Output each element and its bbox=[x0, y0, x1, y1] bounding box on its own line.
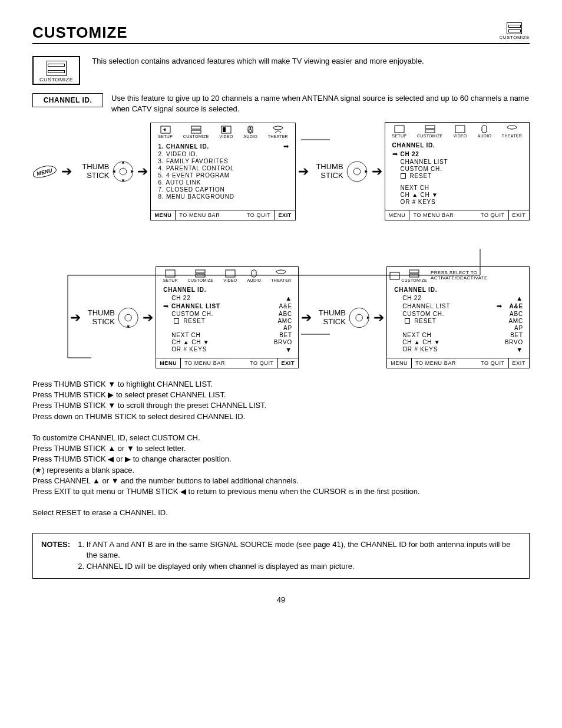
svg-point-16 bbox=[273, 126, 283, 130]
menu-panel-channel-list: SETUP CUSTOMIZE VIDEO AUDIO THEATER CHAN… bbox=[156, 266, 299, 368]
tab-theater: THEATER bbox=[268, 126, 288, 139]
list-item: BET bbox=[279, 332, 292, 338]
list-item: AMC bbox=[508, 318, 523, 324]
svg-rect-31 bbox=[196, 274, 205, 277]
feature-channel-id-label: CHANNEL ID. bbox=[32, 93, 103, 107]
menu-item: CH ▲ CH ▼ bbox=[163, 339, 209, 345]
svg-rect-9 bbox=[191, 126, 201, 129]
menu-item: NEXT CH bbox=[163, 332, 200, 338]
svg-rect-21 bbox=[425, 126, 435, 129]
checkbox-icon bbox=[401, 173, 406, 179]
menu-item: 8. MENU BACKGROUND bbox=[158, 193, 234, 200]
svg-point-18 bbox=[353, 168, 361, 175]
menu-footer: MENUTO MENU BAR TO QUITEXIT bbox=[151, 210, 295, 220]
thumbstick-icon bbox=[347, 304, 371, 331]
feature-channel-id-text: Use this feature to give up to 20 channe… bbox=[111, 93, 530, 114]
svg-rect-23 bbox=[455, 126, 465, 133]
arrow-icon: ➔ bbox=[372, 164, 382, 179]
svg-rect-32 bbox=[226, 270, 235, 277]
tab-audio: AUDIO bbox=[243, 126, 257, 139]
menu-item: 7. CLOSED CAPTION bbox=[158, 186, 224, 193]
right-arrow-icon: ➡ bbox=[497, 302, 503, 310]
menu-item: RESET bbox=[414, 318, 436, 324]
instructions-block: Press THUMB STICK ▼ to highlight CHANNEL… bbox=[32, 379, 530, 518]
svg-rect-39 bbox=[409, 270, 419, 273]
arrow-icon: ➔ bbox=[143, 310, 153, 325]
menu-panel-channel-id: SETUP CUSTOMIZE VIDEO AUDIO THEATER CHAN… bbox=[385, 122, 530, 220]
list-item: AMC bbox=[277, 318, 292, 324]
list-item: BRVO bbox=[274, 339, 292, 345]
down-arrow-icon: ▼ bbox=[516, 346, 523, 353]
list-item: AP bbox=[283, 325, 292, 331]
arrow-icon: ➔ bbox=[137, 164, 148, 179]
checkbox-icon bbox=[405, 318, 410, 324]
svg-point-0 bbox=[113, 162, 133, 182]
press-select-msg: PRESS SELECT TO ACTIVATE/DEACTIVATE bbox=[428, 271, 527, 281]
svg-rect-29 bbox=[166, 270, 175, 277]
list-item: ABC bbox=[279, 311, 292, 317]
customize-icon-box: CUSTOMIZE bbox=[32, 56, 80, 85]
svg-point-27 bbox=[125, 314, 132, 321]
up-arrow-icon: ▲ bbox=[516, 295, 523, 302]
menu-item: CUSTOM CH. bbox=[401, 166, 442, 172]
svg-rect-38 bbox=[390, 272, 399, 279]
tab-setup: SETUP bbox=[158, 126, 173, 139]
svg-point-15 bbox=[249, 129, 252, 132]
menu-item: 5. 4 EVENT PROGRAM bbox=[158, 172, 229, 179]
svg-rect-30 bbox=[196, 270, 205, 273]
svg-point-1 bbox=[120, 168, 127, 175]
up-arrow-icon: ▲ bbox=[285, 295, 292, 302]
menu-item: CHANNEL LIST bbox=[171, 303, 220, 309]
svg-rect-24 bbox=[482, 126, 487, 133]
right-arrow-icon: ➡ bbox=[392, 150, 398, 158]
menu-item: 6. AUTO LINK bbox=[158, 179, 201, 186]
menu-item: OR # KEYS bbox=[401, 199, 436, 205]
menu-button-icon: MENU bbox=[31, 163, 57, 179]
list-item: BET bbox=[510, 332, 523, 338]
menu-item: CH ▲ CH ▼ bbox=[394, 339, 440, 345]
menu-item: RESET bbox=[183, 318, 205, 324]
list-item: BRVO bbox=[505, 339, 523, 345]
thumb-stick-label: THUMBSTICK bbox=[311, 163, 343, 180]
menu-item: CUSTOM CH. bbox=[163, 311, 213, 317]
svg-rect-10 bbox=[191, 130, 201, 133]
thumb-stick-label: THUMBSTICK bbox=[83, 309, 115, 326]
thumb-stick-label: THUMBSTICK bbox=[314, 309, 346, 326]
page-number: 49 bbox=[32, 595, 530, 604]
menu-item: CUSTOM CH. bbox=[394, 311, 444, 317]
menu-item: CHANNEL LIST bbox=[401, 159, 448, 165]
svg-marker-7 bbox=[163, 128, 166, 131]
menu-item: 3. FAMILY FAVORITES bbox=[158, 158, 228, 164]
right-arrow-icon: ➡ bbox=[163, 302, 169, 310]
menu-item: OR # KEYS bbox=[163, 346, 207, 353]
list-item: A&E bbox=[279, 303, 292, 309]
note-item: If ANT A and ANT B are in the same SIGNA… bbox=[87, 539, 521, 562]
list-item: A&E bbox=[509, 303, 523, 309]
list-item: AP bbox=[514, 325, 523, 331]
note-item: CHANNEL ID will be displayed only when c… bbox=[87, 561, 521, 572]
checkbox-icon bbox=[174, 318, 179, 324]
menu-item: 2. VIDEO ID. bbox=[158, 151, 197, 157]
svg-point-35 bbox=[349, 308, 369, 327]
arrow-icon: ➔ bbox=[61, 164, 72, 179]
menu-panel-customize-list: SETUP CUSTOMIZE VIDEO AUDIO THEATER 1. C… bbox=[150, 123, 295, 220]
svg-rect-33 bbox=[252, 270, 256, 277]
notes-box: NOTES: If ANT A and ANT B are in the sam… bbox=[32, 533, 530, 579]
menu-item: NEXT CH bbox=[394, 332, 431, 338]
svg-rect-22 bbox=[425, 130, 435, 133]
svg-rect-12 bbox=[223, 127, 226, 132]
arrow-icon: ➔ bbox=[301, 310, 312, 325]
thumbstick-icon bbox=[116, 304, 140, 331]
svg-rect-20 bbox=[395, 126, 404, 133]
corner-customize-icon: CUSTOMIZE bbox=[500, 22, 530, 40]
thumbstick-icon bbox=[111, 158, 135, 185]
arrow-icon: ➔ bbox=[298, 164, 309, 179]
menu-item: CH 22 bbox=[400, 151, 419, 157]
arrow-icon: ➔ bbox=[70, 310, 81, 325]
right-arrow-icon: ➡ bbox=[283, 143, 289, 150]
intro-text: This selection contains advanced feature… bbox=[92, 56, 530, 67]
svg-point-17 bbox=[347, 162, 367, 182]
svg-point-26 bbox=[118, 308, 138, 327]
thumb-stick-label: THUMBSTICK bbox=[74, 163, 110, 180]
menu-item: 4. PARENTAL CONTROL bbox=[158, 165, 234, 172]
